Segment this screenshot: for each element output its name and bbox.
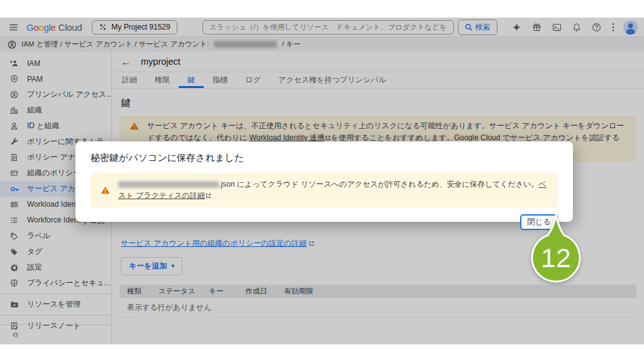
step-number: 12 [541,243,571,273]
external-link-icon [206,190,211,202]
warning-icon [101,186,110,194]
dialog-warning-banner: .json によってクラウド リソースへのアクセスが許可されるため、安全に保存し… [91,173,558,207]
private-key-saved-dialog: 秘密鍵がパソコンに保存されました .json によってクラウド リソースへのアク… [75,141,573,222]
screenshot-canvas: Google Cloud My Project 91529 検索 IAM と管理… [0,0,644,362]
step-annotation-balloon: 12 [530,214,582,284]
redacted-key-filename [118,181,219,188]
dialog-title: 秘密鍵がパソコンに保存されました [91,152,558,164]
